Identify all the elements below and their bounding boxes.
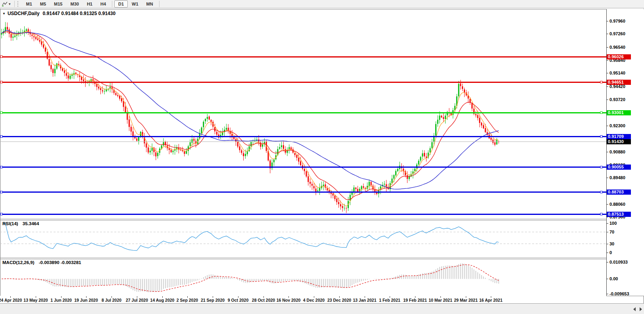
candle-body <box>62 69 63 71</box>
level-handle[interactable] <box>0 81 2 83</box>
panel-divider[interactable] <box>0 219 606 219</box>
timeframe-button-H1[interactable]: H1 <box>83 0 96 8</box>
level-line-0.94651[interactable] <box>0 82 606 83</box>
candle-body <box>300 161 301 165</box>
level-handle[interactable] <box>0 191 2 193</box>
level-handle[interactable] <box>0 213 2 215</box>
level-handle[interactable] <box>0 112 2 114</box>
macd-values: -0.003890 -0.003281 <box>39 260 81 265</box>
level-line-0.87513[interactable] <box>0 214 606 215</box>
level-handle[interactable] <box>0 166 2 168</box>
level-handle[interactable] <box>0 136 2 138</box>
candle-body <box>340 204 341 206</box>
level-price-label: 0.90055 <box>607 165 631 170</box>
candle-body <box>127 112 128 120</box>
candle-body <box>479 118 480 123</box>
price-tick-dash <box>607 217 608 217</box>
collapse-triangle-icon[interactable]: ▼ <box>2 12 6 15</box>
level-line-0.90055[interactable] <box>0 167 606 168</box>
scroll-left-arrow-icon[interactable] <box>633 307 636 311</box>
timeframe-button-D1[interactable]: D1 <box>114 0 128 8</box>
level-handle[interactable] <box>600 166 602 168</box>
candle-body <box>424 153 425 157</box>
level-handle[interactable] <box>600 191 602 193</box>
candle-body <box>414 168 415 171</box>
candle-body <box>397 169 398 171</box>
date-label: 9 Oct 2020 <box>228 298 249 303</box>
price-tick-dash <box>607 47 608 48</box>
candle-body <box>45 48 46 52</box>
candle-body <box>475 114 477 115</box>
toolbar-divider <box>112 1 112 7</box>
candle-body <box>458 84 459 96</box>
date-label: 28 Oct 2020 <box>252 298 275 303</box>
rsi-tick-dash <box>607 244 608 244</box>
panel-divider[interactable] <box>0 258 606 258</box>
candle-body <box>211 120 212 122</box>
scroll-right-arrow-icon[interactable] <box>640 307 642 311</box>
candle-body <box>226 128 227 130</box>
price-tick-label: 0.97960 <box>609 19 625 23</box>
chart-tab-bar <box>0 303 644 314</box>
macd-tick-dash <box>607 279 608 279</box>
price-tick-dash <box>607 60 608 61</box>
candle-body <box>333 193 334 195</box>
level-line-0.96026[interactable] <box>0 56 606 57</box>
date-label: 23 Dec 2020 <box>327 298 351 303</box>
candle-body <box>11 34 12 38</box>
slow-ma-line[interactable] <box>2 30 499 189</box>
timeframe-button-H4[interactable]: H4 <box>96 0 110 8</box>
candle-body <box>138 137 139 141</box>
candle-body <box>254 141 256 142</box>
timeframe-button-M1[interactable]: M1 <box>22 0 36 8</box>
level-line-0.88703[interactable] <box>0 191 606 193</box>
candle-body <box>371 182 372 186</box>
candle-body <box>298 158 299 162</box>
date-label: 4 Dec 2020 <box>303 298 325 303</box>
rsi-line <box>4 223 499 251</box>
timeframe-button-M5[interactable]: M5 <box>36 0 50 8</box>
price-chart-canvas[interactable] <box>0 10 606 219</box>
level-price-label: 0.91709 <box>607 134 631 139</box>
level-handle[interactable] <box>600 112 602 114</box>
candle-body <box>250 142 252 146</box>
macd-tick-label: 0.010933 <box>609 260 628 264</box>
date-label: 16 Apr 2021 <box>479 298 503 303</box>
time-axis[interactable]: 24 Apr 202013 May 20201 Jun 202019 Jun 2… <box>0 296 606 303</box>
candle-body <box>146 144 147 148</box>
date-label: 14 Aug 2020 <box>150 298 175 303</box>
candle-body <box>441 116 442 117</box>
level-price-label: 0.87513 <box>607 212 631 217</box>
date-label: 16 Nov 2020 <box>277 298 301 303</box>
candle-body <box>342 206 343 208</box>
candle-body <box>439 116 440 120</box>
price-tick-dash <box>607 152 608 152</box>
timeframe-button-W1[interactable]: W1 <box>128 0 142 8</box>
line-draw-icon[interactable] <box>2 1 8 7</box>
timeframe-button-MN[interactable]: MN <box>142 0 157 8</box>
candle-body <box>43 44 44 48</box>
candle-body <box>273 159 275 162</box>
price-axis[interactable]: 0.979600.972600.965400.958400.951400.944… <box>606 9 644 296</box>
macd-canvas[interactable] <box>0 259 606 296</box>
level-line-0.93001[interactable] <box>0 112 606 113</box>
toolbar-grip[interactable] <box>17 1 19 7</box>
candle-body <box>148 147 149 153</box>
candle-body <box>384 184 385 185</box>
candle-body <box>98 87 99 89</box>
price-tick-label: 0.89480 <box>609 175 625 180</box>
timeframe-button-M30[interactable]: M30 <box>67 0 83 8</box>
timeframe-button-M15[interactable]: M15 <box>50 0 66 8</box>
price-tick-label: 0.97260 <box>609 31 625 36</box>
candle-body <box>190 142 191 146</box>
level-handle[interactable] <box>600 136 602 138</box>
dropdown-caret-icon[interactable]: ▾ <box>9 2 11 6</box>
level-line-0.91709[interactable] <box>0 136 606 137</box>
candle-body <box>416 165 417 168</box>
rsi-canvas[interactable] <box>0 220 606 258</box>
level-handle[interactable] <box>0 56 2 58</box>
candle-body <box>334 195 336 199</box>
level-handle[interactable] <box>600 81 602 83</box>
candle-body <box>123 101 124 107</box>
level-handle[interactable] <box>600 213 602 215</box>
